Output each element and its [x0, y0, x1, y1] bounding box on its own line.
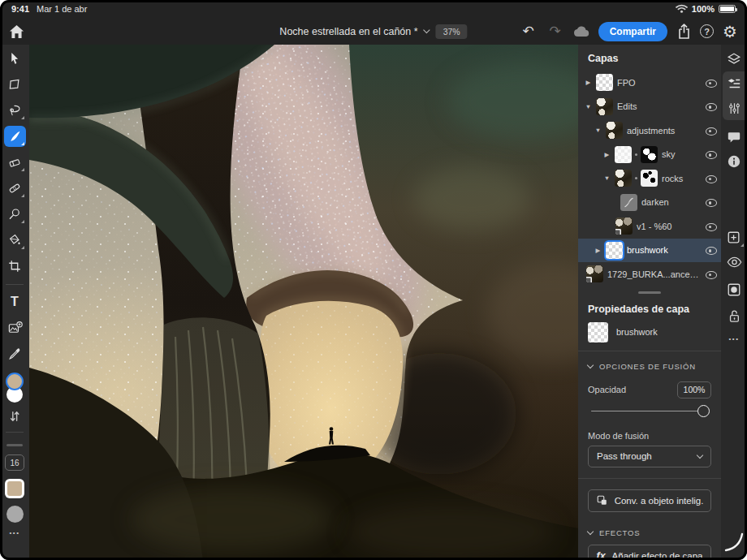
transform-tool[interactable] — [4, 74, 26, 95]
layer-thumbnail[interactable] — [596, 74, 613, 91]
add-layer-effect-button[interactable]: fx Añadir efecto de capa — [588, 545, 711, 560]
eraser-tool[interactable] — [4, 152, 26, 173]
visibility-eye-icon[interactable] — [705, 221, 716, 232]
layer-row-rocks[interactable]: ▼ rocks — [578, 166, 721, 191]
layer-row-fpo[interactable]: ▶ FPO — [578, 71, 721, 95]
canvas[interactable] — [29, 45, 578, 560]
slider-knob[interactable] — [697, 405, 710, 417]
expander-collapsed-icon[interactable]: ▶ — [594, 247, 602, 254]
layer-mask-thumbnail[interactable] — [641, 170, 658, 187]
layer-row-v1[interactable]: v1 - %60 — [578, 214, 721, 239]
expander-expanded-icon[interactable]: ▼ — [594, 127, 602, 134]
chevron-down-icon — [697, 452, 703, 459]
settings-gear-button[interactable]: ⚙ — [719, 21, 741, 42]
help-button[interactable]: ? — [700, 24, 714, 38]
zoom-tool[interactable] — [4, 204, 26, 225]
opacity-slider[interactable] — [591, 403, 708, 420]
expander-expanded-icon[interactable]: ▼ — [603, 174, 611, 182]
layer-mask-button[interactable] — [726, 282, 742, 298]
mask-link-dot — [635, 177, 637, 179]
layer-thumbnail[interactable] — [615, 146, 632, 163]
expander-expanded-icon[interactable]: ▼ — [585, 103, 592, 110]
layer-row-brushwork-selected[interactable]: ▶ brushwork — [578, 239, 721, 263]
lasso-select-tool[interactable] — [4, 100, 26, 121]
layers-panel-button[interactable] — [726, 51, 742, 67]
layers-panel-title: Capas — [578, 45, 721, 71]
color-wells[interactable] — [4, 373, 25, 403]
layer-row-sky[interactable]: ▶ sky — [578, 143, 721, 167]
add-effect-label: Añadir efecto de capa — [612, 551, 703, 560]
tool-divider — [6, 284, 24, 285]
comments-button[interactable] — [726, 129, 742, 145]
adjustments-panel-button[interactable] — [726, 100, 742, 116]
move-tool[interactable] — [4, 48, 26, 69]
layer-row-adjustments[interactable]: ▼ adjustments — [578, 118, 721, 143]
expander-collapsed-icon[interactable]: ▶ — [585, 79, 592, 86]
add-layer-button[interactable] — [726, 230, 742, 246]
export-share-icon[interactable] — [673, 21, 694, 42]
undo-button[interactable]: ↶ — [518, 21, 539, 42]
brush-size-field[interactable]: 16 — [5, 454, 24, 471]
panel-resize-handle[interactable] — [638, 291, 661, 294]
expander-collapsed-icon[interactable]: ▶ — [603, 151, 611, 158]
smart-object-thumbnail[interactable] — [615, 218, 633, 235]
convert-button-label: Conv. a objeto intelig. — [615, 496, 704, 506]
home-button[interactable] — [6, 22, 27, 41]
healing-brush-tool[interactable] — [4, 178, 26, 199]
layer-name: FPO — [617, 78, 701, 88]
type-tool[interactable]: T — [4, 291, 26, 312]
tool-options-drag-handle[interactable] — [6, 444, 23, 446]
brush-color-swatch[interactable] — [5, 479, 24, 498]
zoom-level-badge[interactable]: 37% — [436, 24, 468, 39]
convert-smart-object-button[interactable]: Conv. a objeto intelig. — [588, 489, 711, 512]
brush-size-value: 16 — [10, 459, 19, 467]
lock-layer-button[interactable] — [726, 308, 742, 324]
canvas-artwork — [29, 45, 578, 560]
visibility-eye-icon[interactable] — [705, 125, 716, 136]
blend-options-section-header[interactable]: OPCIONES DE FUSIÓN — [578, 351, 721, 378]
redo-button[interactable]: ↷ — [545, 21, 566, 42]
layer-row-darken[interactable]: darken — [578, 191, 721, 215]
swap-colors-button[interactable] — [4, 408, 26, 424]
visibility-eye-icon[interactable] — [705, 77, 716, 88]
layer-visibility-button[interactable] — [726, 254, 742, 270]
visibility-eye-icon[interactable] — [705, 244, 716, 256]
foreground-color-well[interactable] — [6, 373, 24, 390]
eyedropper-tool[interactable] — [4, 343, 26, 364]
layer-row-edits[interactable]: ▼ Edits — [578, 95, 721, 119]
blend-mode-label: Modo de fusión — [578, 424, 721, 446]
layer-more-options-button[interactable]: ••• — [721, 335, 747, 342]
layer-name: 1729_BURKA...anced-NR33 — [607, 269, 701, 279]
blend-mode-dropdown[interactable]: Pass through — [588, 446, 711, 467]
layer-mask-thumbnail[interactable] — [641, 146, 658, 163]
info-button[interactable] — [726, 153, 742, 170]
layer-thumbnail[interactable] — [606, 242, 623, 259]
visibility-eye-icon[interactable] — [705, 196, 716, 208]
document-title-group[interactable]: Noche estrellada en el cañón * 37% — [279, 18, 467, 45]
visibility-eye-icon[interactable] — [705, 269, 716, 280]
layer-thumbnail[interactable] — [596, 98, 613, 115]
selected-layer-thumbnail — [588, 322, 608, 342]
brush-opacity-button[interactable] — [6, 506, 24, 523]
place-photo-tool[interactable] — [4, 317, 26, 338]
brush-tool-selected[interactable] — [4, 126, 26, 147]
right-taskbar: ••• — [721, 45, 747, 560]
tool-options-more-button[interactable]: ••• — [10, 529, 20, 536]
divider — [578, 478, 721, 479]
effects-section-header[interactable]: EFECTOS — [578, 512, 721, 545]
layer-properties-title: Propiedades de capa — [578, 297, 721, 322]
cloud-sync-icon[interactable] — [572, 21, 593, 42]
layer-thumbnail[interactable] — [615, 170, 632, 187]
visibility-eye-icon[interactable] — [705, 173, 716, 184]
smart-object-thumbnail[interactable] — [586, 265, 603, 282]
layer-thumbnail[interactable] — [606, 122, 623, 139]
fill-bucket-tool[interactable] — [4, 230, 26, 251]
layer-properties-panel-button[interactable] — [726, 75, 742, 92]
layer-row-background[interactable]: 1729_BURKA...anced-NR33 — [578, 262, 721, 286]
share-button[interactable]: Compartir — [598, 22, 667, 41]
visibility-eye-icon[interactable] — [705, 101, 716, 112]
opacity-value-field[interactable]: 100% — [677, 381, 711, 398]
visibility-eye-icon[interactable] — [705, 149, 716, 160]
crop-tool[interactable] — [4, 256, 26, 277]
adjustment-curves-thumbnail[interactable] — [620, 194, 637, 211]
